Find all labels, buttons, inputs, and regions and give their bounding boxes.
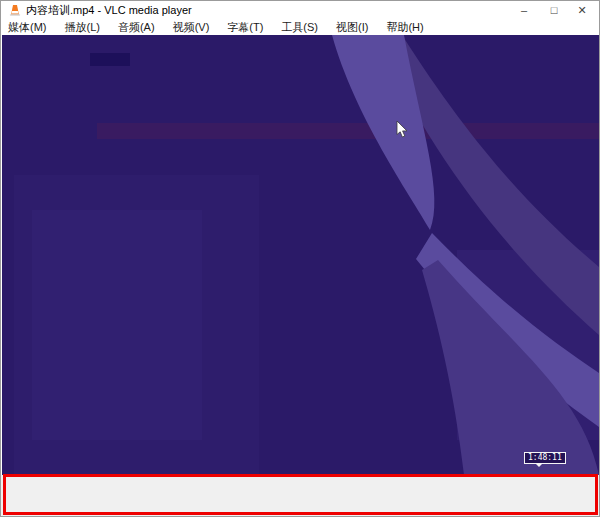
menu-media[interactable]: 媒体(M) bbox=[1, 20, 56, 35]
close-button[interactable]: ✕ bbox=[567, 1, 597, 19]
maximize-button[interactable]: □ bbox=[539, 1, 569, 19]
window-title: 内容培训.mp4 - VLC media player bbox=[26, 3, 192, 18]
menu-help[interactable]: 帮助(H) bbox=[377, 20, 432, 35]
mouse-cursor bbox=[396, 121, 408, 139]
vlc-window: 内容培训.mp4 - VLC media player – □ ✕ 媒体(M) … bbox=[0, 0, 600, 517]
menu-audio[interactable]: 音频(A) bbox=[109, 20, 164, 35]
control-bar: 1:48:14 1:53:21 bbox=[1, 475, 599, 517]
title-bar: 内容培训.mp4 - VLC media player – □ ✕ bbox=[1, 1, 599, 19]
menu-view[interactable]: 视图(I) bbox=[327, 20, 377, 35]
menu-tools[interactable]: 工具(S) bbox=[272, 20, 327, 35]
menu-playback[interactable]: 播放(L) bbox=[56, 20, 109, 35]
seek-preview-tooltip: 1:48:11 bbox=[524, 452, 566, 464]
minimize-button[interactable]: – bbox=[509, 1, 539, 19]
video-frame-art bbox=[2, 35, 599, 475]
vlc-cone-icon bbox=[9, 4, 21, 16]
menu-video[interactable]: 视频(V) bbox=[164, 20, 219, 35]
menu-subtitle[interactable]: 字幕(T) bbox=[218, 20, 272, 35]
video-display[interactable] bbox=[2, 35, 599, 475]
menu-bar: 媒体(M) 播放(L) 音频(A) 视频(V) 字幕(T) 工具(S) 视图(I… bbox=[1, 19, 599, 35]
